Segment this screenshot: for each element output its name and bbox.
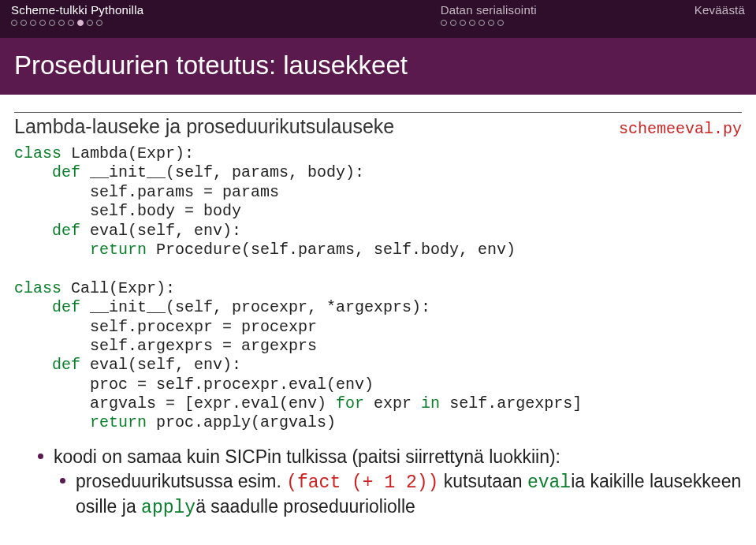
nav-label-1: Scheme-tulkki Pythonilla xyxy=(11,3,441,17)
code-listing: class Lambda(Expr): def __init__(self, p… xyxy=(14,144,742,433)
nav-label-2: Datan serialisointi xyxy=(441,3,537,17)
code-inline: apply xyxy=(141,498,196,518)
slide-title: Proseduurien toteutus: lausekkeet xyxy=(0,38,756,95)
code-inline: eval xyxy=(527,472,571,493)
bullet-list: koodi on samaa kuin SICPin tulkissa (pai… xyxy=(14,446,742,520)
nav-section-3[interactable]: Keväästä xyxy=(695,3,745,38)
nav-label-3: Keväästä xyxy=(695,3,745,17)
code-block-filename: schemeeval.py xyxy=(619,120,742,138)
progress-dots-2 xyxy=(441,20,537,26)
list-item: proseduurikutsussa esim. (fact (+ 1 2)) … xyxy=(60,470,742,520)
list-item: koodi on samaa kuin SICPin tulkissa (pai… xyxy=(38,446,742,468)
nav-section-2[interactable]: Datan serialisointi xyxy=(441,3,537,38)
code-block-header: Lambda-lauseke ja proseduurikutsulauseke… xyxy=(14,112,742,138)
nav-section-1[interactable]: Scheme-tulkki Pythonilla xyxy=(11,3,441,38)
slide-content: Lambda-lauseke ja proseduurikutsulauseke… xyxy=(0,95,756,520)
header-nav: Scheme-tulkki Pythonilla Datan serialiso… xyxy=(0,0,756,38)
bullet-text: proseduurikutsussa esim. xyxy=(76,471,286,491)
code-block-title: Lambda-lauseke ja proseduurikutsulauseke xyxy=(14,115,619,138)
code-inline: (fact (+ 1 2)) xyxy=(286,472,438,493)
bullet-text: koodi on samaa kuin SICPin tulkissa (pai… xyxy=(54,446,560,467)
progress-dots-1 xyxy=(11,20,441,26)
